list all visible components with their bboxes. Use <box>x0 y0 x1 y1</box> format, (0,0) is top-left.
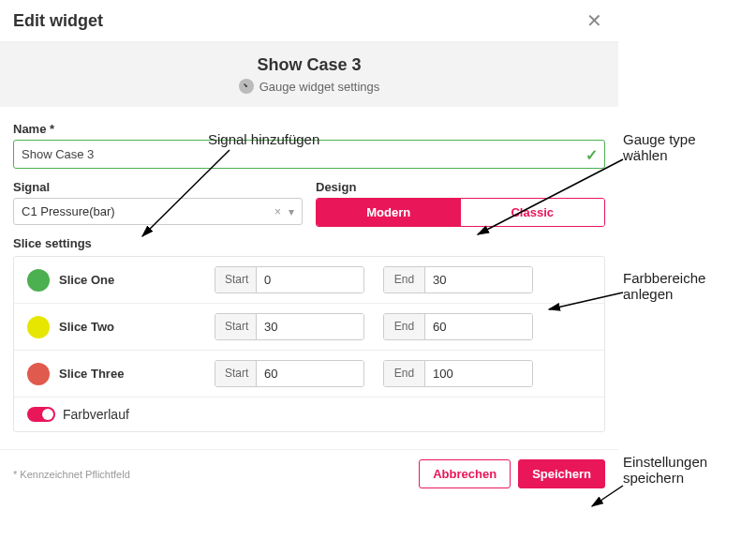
slice-start-input[interactable] <box>257 314 363 339</box>
valid-check-icon: ✓ <box>586 145 598 163</box>
signal-select[interactable]: C1 Pressure(bar) × ▾ <box>13 198 303 225</box>
end-label: End <box>384 314 425 339</box>
end-label: End <box>384 267 425 292</box>
slice-start-input[interactable] <box>257 267 363 292</box>
annotation-color-ranges: Farbbereiche anlegen <box>623 270 735 302</box>
design-option-modern[interactable]: Modern <box>317 199 461 226</box>
close-icon[interactable]: ✕ <box>583 9 605 32</box>
start-label: Start <box>215 267 257 292</box>
start-label: Start <box>215 361 257 386</box>
design-toggle: Modern Classic <box>316 198 605 227</box>
slice-name-label: Slice One <box>59 273 114 287</box>
slice-end-input[interactable] <box>425 361 532 386</box>
preview-subtitle: Gauge widget settings <box>259 80 380 94</box>
annotation-add-signal: Signal hinzufügen <box>208 131 319 147</box>
signal-label: Signal <box>13 180 303 194</box>
gradient-label: Farbverlauf <box>63 407 129 422</box>
slice-row: Slice Three Start End <box>14 351 604 398</box>
dialog-title: Edit widget <box>13 11 103 31</box>
gradient-toggle[interactable] <box>27 407 55 422</box>
slice-end-input[interactable] <box>425 267 532 292</box>
start-label: Start <box>215 314 257 339</box>
clear-icon[interactable]: × <box>274 205 281 218</box>
design-label: Design <box>316 180 605 194</box>
required-footnote: * Kennzeichnet Pflichtfeld <box>13 469 130 480</box>
slice-start-input[interactable] <box>257 361 363 386</box>
slice-name-label: Slice Two <box>59 320 114 334</box>
slice-color-swatch[interactable] <box>27 269 50 292</box>
slice-color-swatch[interactable] <box>27 316 50 338</box>
end-label: End <box>384 361 425 386</box>
signal-value: C1 Pressure(bar) <box>22 204 115 218</box>
svg-point-0 <box>245 85 247 87</box>
annotation-choose-gauge: Gauge type wählen <box>623 131 735 163</box>
slice-settings-label: Slice settings <box>13 236 605 250</box>
gradient-row: Farbverlauf <box>14 398 604 431</box>
preview-banner: Show Case 3 Gauge widget settings <box>0 41 618 107</box>
slice-table: Slice One Start End Slice Two Start <box>13 256 605 432</box>
slice-row: Slice Two Start End <box>14 304 604 351</box>
cancel-button[interactable]: Abbrechen <box>419 459 511 488</box>
chevron-down-icon[interactable]: ▾ <box>289 205 294 218</box>
design-option-classic[interactable]: Classic <box>461 199 605 226</box>
slice-name-label: Slice Three <box>59 367 124 381</box>
slice-end-input[interactable] <box>425 314 532 339</box>
slice-color-swatch[interactable] <box>27 363 50 385</box>
slice-row: Slice One Start End <box>14 257 604 304</box>
save-button[interactable]: Speichern <box>518 459 605 488</box>
preview-title: Show Case 3 <box>0 55 618 75</box>
gauge-icon <box>239 79 254 94</box>
annotation-save-settings: Einstellungen speichern <box>623 454 735 486</box>
